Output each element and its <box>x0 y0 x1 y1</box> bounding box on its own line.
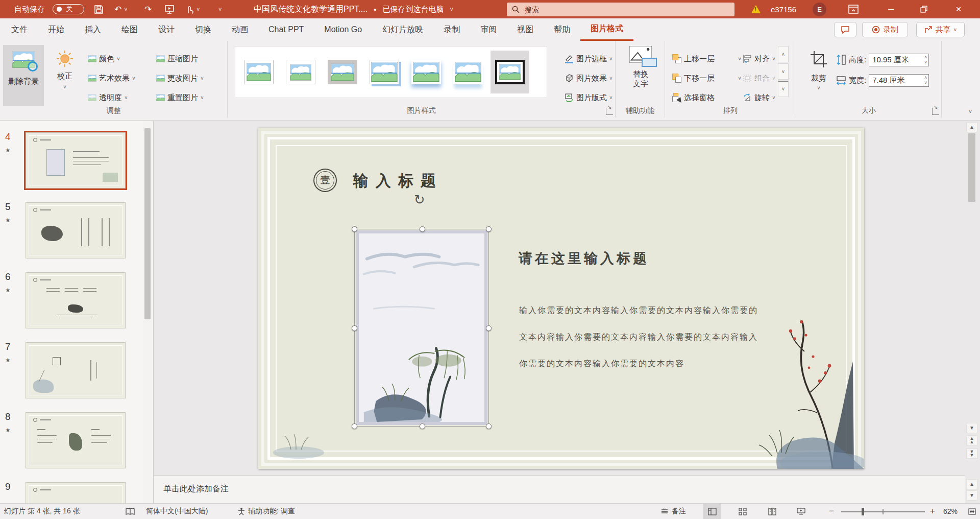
quick-access-more-button[interactable]: ˅ <box>218 0 222 18</box>
save-status-chevron-icon[interactable]: ˅ <box>450 6 453 12</box>
height-spinner[interactable]: ˄˅ <box>924 55 927 65</box>
search-input[interactable] <box>525 6 708 14</box>
slide-thumbnail-4[interactable] <box>26 132 126 188</box>
normal-view-button[interactable] <box>703 504 721 519</box>
tab-review[interactable]: 审阅 <box>470 18 507 41</box>
slide-subtitle-text[interactable]: 请在这里输入标题 <box>519 249 649 268</box>
slide-thumbnail-7[interactable] <box>26 342 126 398</box>
tab-animations[interactable]: 动画 <box>222 18 258 41</box>
tab-transitions[interactable]: 切换 <box>185 18 222 41</box>
thumbnail-scrollbar[interactable] <box>143 121 152 503</box>
tab-help[interactable]: 帮助 <box>544 18 580 41</box>
slide-title-text[interactable]: 输入标题 <box>353 171 443 192</box>
height-input[interactable]: ˄˅ <box>869 54 929 66</box>
canvas-scrollbar[interactable]: ▲ ▼ ▲▲ ▼▼ ▲ ▼ <box>966 121 979 503</box>
slide-thumbnail-8[interactable] <box>26 412 126 468</box>
rotate-handle-icon[interactable]: ↻ <box>414 192 425 208</box>
slide-sorter-view-button[interactable] <box>734 504 751 519</box>
save-button[interactable] <box>94 0 104 18</box>
tab-design[interactable]: 设计 <box>148 18 185 41</box>
slideshow-view-button[interactable] <box>792 504 810 519</box>
picture-layout-button[interactable]: 图片版式˅ <box>565 91 612 104</box>
selection-handle[interactable] <box>486 423 492 429</box>
artistic-effects-button[interactable]: 艺术效果˅ <box>88 72 135 85</box>
language-indicator[interactable]: 简体中文(中国大陆) <box>146 504 208 519</box>
notes-toggle-button[interactable]: 备注 <box>660 504 686 519</box>
redo-button[interactable]: ↷ <box>144 0 152 18</box>
notes-pane[interactable]: 单击此处添加备注 <box>154 475 965 503</box>
tab-insert[interactable]: 插入 <box>75 18 111 41</box>
slide-counter[interactable]: 幻灯片 第 4 张, 共 16 张 <box>4 504 80 519</box>
slide-body-line[interactable]: 你需要的文本内容输入你需要的文本内容 <box>519 359 684 369</box>
record-button[interactable]: 录制 <box>862 22 908 37</box>
tab-home[interactable]: 开始 <box>38 18 75 41</box>
width-spinner[interactable]: ˄˅ <box>924 75 927 85</box>
send-backward-button[interactable]: 下移一层˅ <box>672 72 741 85</box>
compress-pictures-button[interactable]: 压缩图片 <box>156 52 198 65</box>
selection-handle[interactable] <box>352 423 357 429</box>
tab-motion-go[interactable]: Motion Go <box>314 18 372 41</box>
picture-style-option-4[interactable] <box>365 51 404 93</box>
alt-text-button[interactable]: 替换文字 <box>623 46 658 106</box>
ribbon-display-options-button[interactable] <box>848 0 859 18</box>
user-avatar[interactable]: E <box>813 0 826 18</box>
ink-painting-image[interactable] <box>356 230 487 425</box>
transparency-button[interactable]: 透明度˅ <box>88 91 128 104</box>
slide-editing-area[interactable]: 壹 输入标题 ↻ <box>258 128 864 469</box>
picture-style-option-1[interactable] <box>239 51 278 93</box>
selection-handle[interactable] <box>352 226 357 232</box>
tab-chat-ppt[interactable]: Chat PPT <box>258 18 314 41</box>
reading-view-button[interactable] <box>764 504 781 519</box>
picture-style-option-6[interactable] <box>449 51 487 93</box>
autosave-toggle[interactable]: 关 <box>53 0 84 18</box>
tab-slideshow[interactable]: 幻灯片放映 <box>372 18 433 41</box>
tab-file[interactable]: 文件 <box>1 18 38 41</box>
next-slide-button[interactable]: ▼▼ <box>966 449 977 459</box>
selection-handle[interactable] <box>420 226 425 232</box>
slide-thumbnail-6[interactable] <box>26 272 126 328</box>
selection-pane-button[interactable]: 选择窗格 <box>672 91 715 104</box>
crop-button[interactable]: 裁剪 ˅ <box>804 46 833 106</box>
picture-style-option-7-selected[interactable] <box>491 51 529 93</box>
share-button[interactable]: 共享˅ <box>916 22 965 37</box>
selection-handle[interactable] <box>486 226 492 232</box>
picture-style-option-5[interactable] <box>407 51 446 93</box>
change-picture-button[interactable]: 更改图片˅ <box>156 72 204 85</box>
picture-effects-button[interactable]: 图片效果˅ <box>565 72 612 85</box>
zoom-level[interactable]: 62% <box>943 504 958 519</box>
search-box[interactable] <box>507 3 734 16</box>
undo-button[interactable]: ↶˅ <box>114 0 128 18</box>
picture-border-button[interactable]: 图片边框˅ <box>565 52 612 65</box>
notes-scroll-up-button[interactable]: ▲ <box>966 479 977 489</box>
spellcheck-button[interactable] <box>126 504 135 519</box>
selection-handle[interactable] <box>486 325 492 331</box>
tab-view[interactable]: 视图 <box>507 18 544 41</box>
selected-picture[interactable] <box>354 229 489 427</box>
maximize-button[interactable] <box>913 0 935 18</box>
scroll-down-button[interactable]: ▼ <box>966 423 977 433</box>
slide-body-line[interactable]: 文本内容输入你需要的文本内容输入你需要的文本内容输入 <box>519 332 758 343</box>
bring-forward-button[interactable]: 上移一层˅ <box>672 52 741 65</box>
zoom-in-button[interactable]: + <box>930 504 935 519</box>
remove-background-button[interactable]: 删除背景 <box>3 45 44 106</box>
align-button[interactable]: 对齐˅ <box>743 52 775 65</box>
warning-indicator[interactable] <box>751 0 761 18</box>
slide-thumbnail-9[interactable] <box>26 482 126 503</box>
section-seal[interactable]: 壹 <box>313 169 337 192</box>
comments-button[interactable] <box>834 22 856 37</box>
color-button[interactable]: 颜色˅ <box>88 52 120 65</box>
width-input[interactable]: ˄˅ <box>869 74 929 87</box>
picture-styles-dialog-launcher[interactable] <box>606 108 613 115</box>
picture-style-option-2[interactable] <box>281 51 320 93</box>
tab-picture-format[interactable]: 图片格式 <box>580 18 633 41</box>
collapse-ribbon-button[interactable]: ˅ <box>965 108 976 119</box>
accessibility-status[interactable]: 辅助功能: 调查 <box>238 504 295 519</box>
reset-picture-button[interactable]: 重置图片˅ <box>156 91 204 104</box>
size-dialog-launcher[interactable] <box>932 108 939 115</box>
save-status[interactable]: 已保存到这台电脑 <box>382 5 444 14</box>
user-id[interactable]: e37156 <box>771 0 796 18</box>
width-value-input[interactable] <box>872 76 915 85</box>
slide-body-line[interactable]: 输入你需要的文本内容输入你需要的文本内容输入你需要的 <box>519 305 758 316</box>
correction-button[interactable]: 校正 ˅ <box>48 45 82 106</box>
selection-handle[interactable] <box>352 325 357 331</box>
